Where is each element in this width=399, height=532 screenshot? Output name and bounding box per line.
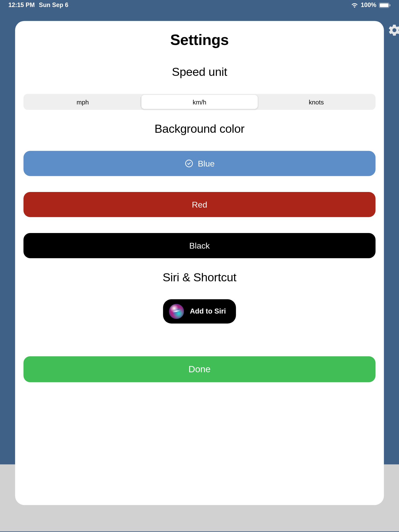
background-color-black[interactable]: Black — [23, 233, 375, 258]
speed-unit-option-mph[interactable]: mph — [24, 95, 141, 109]
background-color-blue[interactable]: Blue — [23, 151, 375, 176]
siri-icon — [169, 304, 184, 319]
wifi-icon — [351, 2, 358, 8]
svg-rect-1 — [380, 3, 389, 7]
speed-unit-option-knots[interactable]: knots — [258, 95, 375, 109]
speed-unit-option-kmh[interactable]: km/h — [141, 95, 258, 109]
background-color-options: Blue Red Black — [23, 151, 375, 258]
background-color-black-label: Black — [189, 241, 210, 250]
speed-unit-heading: Speed unit — [23, 65, 375, 79]
status-left: 12:15 PM Sun Sep 6 — [8, 2, 68, 8]
add-to-siri-label: Add to Siri — [190, 307, 226, 316]
settings-title: Settings — [23, 31, 375, 49]
siri-button-wrap: Add to Siri — [23, 299, 375, 324]
status-right: 100% — [351, 2, 390, 8]
background-color-heading: Background color — [23, 122, 375, 136]
speed-unit-segmented[interactable]: mph km/h knots — [23, 94, 375, 110]
gear-icon[interactable] — [388, 23, 399, 37]
settings-modal: Settings Speed unit mph km/h knots Backg… — [15, 21, 384, 505]
siri-heading: Siri & Shortcut — [23, 271, 375, 284]
status-time: 12:15 PM — [8, 2, 35, 8]
done-button[interactable]: Done — [23, 356, 375, 382]
add-to-siri-button[interactable]: Add to Siri — [163, 299, 236, 324]
battery-icon — [379, 2, 391, 8]
background-color-red-label: Red — [192, 200, 207, 209]
status-date: Sun Sep 6 — [39, 2, 68, 8]
svg-point-3 — [185, 160, 192, 167]
background-color-red[interactable]: Red — [23, 192, 375, 217]
battery-percent: 100% — [361, 2, 376, 8]
background-color-blue-label: Blue — [198, 159, 215, 168]
check-icon — [184, 159, 194, 168]
svg-rect-2 — [390, 4, 390, 6]
status-bar: 12:15 PM Sun Sep 6 100% — [0, 0, 399, 10]
